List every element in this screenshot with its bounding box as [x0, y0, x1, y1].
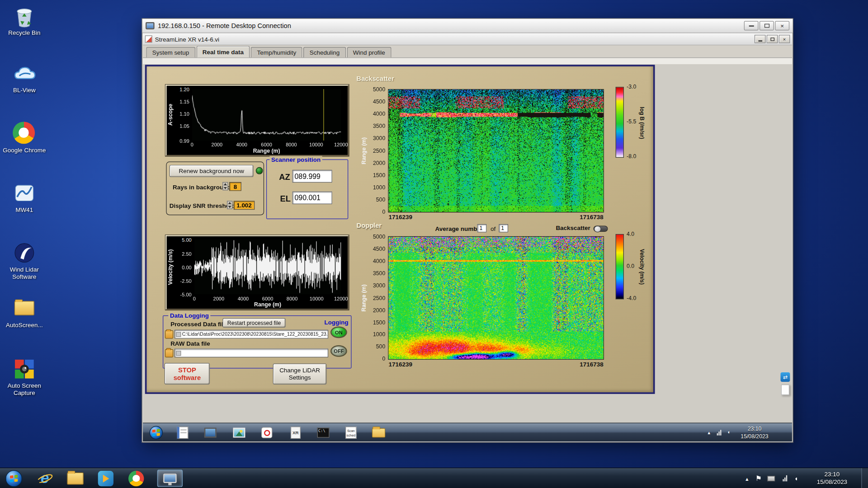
app-restore-button[interactable]	[767, 35, 778, 43]
desktop-icon-recycle-bin[interactable]: Recycle Bin	[0, 5, 49, 37]
backscatter-time-start: 1716239	[389, 214, 412, 221]
tab-scheduling[interactable]: Scheduling	[303, 47, 346, 57]
processed-data-file-label: Processed Data file	[170, 321, 226, 328]
lidar-panel: Backscatter 1.201.151.101.050.9902000400…	[145, 65, 655, 394]
minimize-button[interactable]	[744, 21, 759, 31]
start-button[interactable]	[5, 470, 24, 487]
of-label: of	[491, 225, 495, 232]
el-value-field[interactable]: 090.001	[292, 192, 332, 204]
colorbar-tick: 0.0	[627, 263, 634, 269]
windows-explorer-icon[interactable]	[66, 470, 85, 487]
backscatter-colorbar-label: log B (/m/sr)	[639, 92, 646, 154]
range-tick-label: 0	[367, 357, 386, 362]
app-close-button[interactable]: ×	[779, 35, 790, 43]
raw-data-file-label: RAW Data file	[170, 340, 210, 347]
processed-path-browse-button[interactable]	[165, 330, 173, 338]
remote-volume-icon[interactable]: ◖	[727, 429, 730, 435]
rays-value-field[interactable]: 8	[229, 182, 241, 191]
desktop-icon-label: AutoScreen...	[0, 321, 49, 328]
az-label: AZ	[279, 172, 290, 182]
internet-explorer-icon[interactable]: e	[35, 470, 54, 487]
close-button[interactable]: ×	[775, 21, 789, 31]
show-hidden-icons-arrow[interactable]: ▴	[745, 476, 748, 482]
desktop-icon-bl-view[interactable]: BL-View	[0, 62, 49, 94]
snr-value-field[interactable]: 1.002	[234, 201, 255, 210]
colorbar-tick: -3.0	[627, 84, 636, 89]
stop-software-button[interactable]: STOP software	[165, 363, 210, 385]
folder-icon	[13, 296, 36, 319]
average-number-field[interactable]: 1	[477, 224, 487, 232]
remote-clock: 23:1015/08/2023	[732, 425, 777, 440]
rays-spinner[interactable]	[222, 182, 228, 190]
tab-wind-profile[interactable]: Wind profile	[347, 47, 391, 57]
restart-processed-file-button[interactable]: Restart processed file	[222, 318, 286, 328]
raw-logging-off-button[interactable]: OFF	[330, 345, 347, 357]
tab-temp-humidity[interactable]: Temp/humidity	[251, 47, 302, 57]
wind-lidar-icon	[13, 241, 36, 264]
desktop-icon-mw41[interactable]: MW41	[0, 182, 49, 214]
average-total-field[interactable]: 1	[499, 224, 508, 232]
doppler-time-end: 1716738	[504, 361, 603, 367]
show-desktop-button[interactable]	[861, 468, 868, 488]
backscatter-toggle[interactable]	[594, 226, 608, 232]
rdp-window: 192.168.0.150 - Remote Desktop Connectio…	[142, 18, 793, 442]
snr-spinner[interactable]	[227, 201, 232, 209]
volume-icon[interactable]: ◖	[794, 475, 798, 483]
range-tick-label: 5000	[367, 87, 386, 92]
taskbar-clock[interactable]: 23:1015/08/2023	[808, 470, 856, 486]
bs-plot-canvas	[389, 89, 604, 212]
xr-vi-icon[interactable]: XR	[289, 426, 302, 439]
backscatter-heatmap	[389, 89, 604, 212]
desktop-icon-auto-screen-capture[interactable]: Auto Screen Capture	[0, 357, 49, 397]
power-icon[interactable]	[260, 426, 274, 439]
rdp-taskbar-icon-active[interactable]	[157, 470, 183, 487]
desktop-icon-google-chrome[interactable]: Google Chrome	[0, 122, 49, 154]
remote-network-icon[interactable]	[717, 430, 722, 435]
range-tick-label: 4000	[367, 111, 386, 117]
display-icon[interactable]	[767, 476, 775, 481]
image-viewer-icon[interactable]	[232, 426, 245, 439]
range-tick-label: 500	[367, 344, 386, 349]
quick-support-icon[interactable]: ⇄	[781, 372, 790, 382]
auto-screen-capture-icon	[13, 357, 36, 380]
app-window-icon[interactable]	[204, 426, 217, 439]
processed-path-field[interactable]: C:\Lidar\Data\Proc\2023\202308\20230815\…	[175, 330, 328, 339]
processed-logging-on-button[interactable]: ON	[330, 326, 347, 338]
average-number-label: Average number	[435, 225, 483, 232]
folder-icon[interactable]	[372, 426, 385, 439]
command-prompt-icon[interactable]: C:\	[316, 426, 330, 439]
journal-icon[interactable]	[176, 426, 189, 439]
desktop-icon-wind-lidar[interactable]: Wind Lidar Software	[0, 241, 49, 281]
rdp-titlebar[interactable]: 192.168.0.150 - Remote Desktop Connectio…	[142, 19, 793, 33]
tab-real-time-data[interactable]: Real time data	[196, 46, 250, 58]
document-shortcut-icon[interactable]	[781, 385, 789, 395]
change-lidar-settings-button[interactable]: Change LiDAR Settings	[273, 363, 327, 385]
renew-background-button[interactable]: Renew background now	[170, 165, 254, 177]
y-axis-label: A-scope	[167, 89, 173, 141]
axis-tick-label: 4000	[232, 142, 252, 148]
backscatter-toggle-label: Backscatter	[556, 225, 590, 231]
scan-sched-icon[interactable]: Scansched	[344, 426, 358, 439]
raw-path-field[interactable]	[175, 348, 328, 357]
az-value-field[interactable]: 089.999	[292, 170, 332, 183]
remote-show-hidden-arrow[interactable]: ▴	[708, 430, 710, 435]
colorbar-tick: -5.5	[627, 119, 636, 124]
range-tick-label: 1500	[367, 173, 386, 178]
tab-system-setup[interactable]: System setup	[146, 47, 195, 57]
desktop-icon-autoscreen-folder[interactable]: AutoScreen...	[0, 296, 49, 328]
raw-path-browse-button[interactable]	[165, 349, 173, 357]
media-player-icon[interactable]	[96, 470, 115, 487]
app-minimize-button[interactable]	[755, 35, 765, 43]
axis-tick-label: 0	[184, 296, 204, 301]
app-content: Backscatter 1.201.151.101.050.9902000400…	[143, 58, 792, 425]
chrome-taskbar-icon[interactable]	[127, 470, 146, 487]
maximize-button[interactable]	[760, 21, 774, 31]
network-icon[interactable]	[783, 475, 787, 481]
remote-taskbar: XR C:\ Scansched ▴ ◖ 23:1015/08/2023	[143, 423, 792, 442]
colorbar-tick: -4.0	[627, 296, 636, 301]
app-titlebar[interactable]: StreamLine XR v14-6.vi ×	[143, 33, 792, 45]
remote-start-button[interactable]	[150, 426, 163, 439]
desktop-icon-label: BL-View	[0, 87, 49, 94]
axis-tick-label: 8000	[282, 296, 302, 301]
action-center-icon[interactable]: ⚑	[755, 474, 762, 482]
